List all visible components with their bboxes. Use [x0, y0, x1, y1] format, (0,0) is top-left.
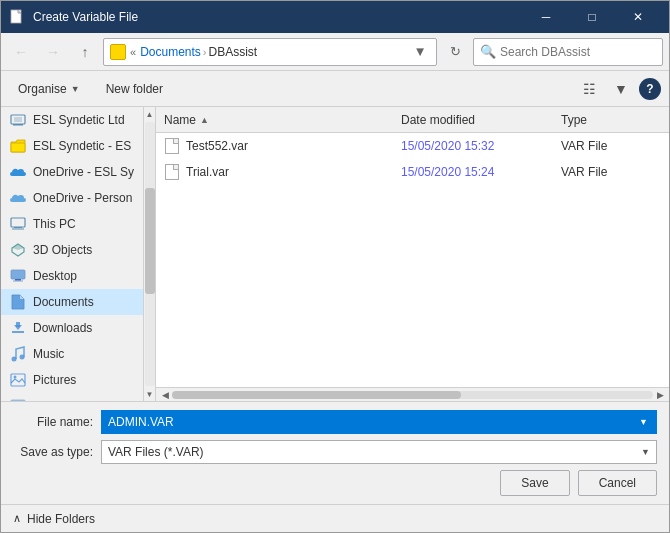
svg-rect-6 — [13, 124, 23, 126]
forward-button[interactable]: → — [39, 38, 67, 66]
folder-icon — [110, 44, 126, 60]
action-bar: Organise ▼ New folder ☷ ▼ ? — [1, 71, 669, 107]
savetype-value: VAR Files (*.VAR) — [108, 445, 641, 459]
col-name-label: Name — [164, 113, 196, 127]
h-scroll-track[interactable] — [172, 391, 653, 399]
close-button[interactable]: ✕ — [615, 1, 661, 33]
sidebar-item-music[interactable]: Music — [1, 341, 143, 367]
file-list: Test552.var 15/05/2020 15:32 VAR File Tr… — [156, 133, 669, 387]
bottom-form: File name: ▼ Save as type: VAR Files (*.… — [1, 401, 669, 504]
sidebar-scroll-up[interactable]: ▲ — [144, 107, 156, 121]
search-input[interactable] — [500, 45, 656, 59]
file-row-test552[interactable]: Test552.var 15/05/2020 15:32 VAR File — [156, 133, 669, 159]
sidebar-scroll-thumb[interactable] — [145, 188, 155, 294]
dialog-title: Create Variable File — [33, 10, 523, 24]
sidebar-label-pictures: Pictures — [33, 373, 76, 387]
sidebar-item-this-pc[interactable]: This PC — [1, 211, 143, 237]
svg-marker-12 — [12, 244, 24, 250]
sidebar-item-esl-syndetic-ltd[interactable]: ESL Syndetic Ltd — [1, 107, 143, 133]
file-icon-test552 — [164, 138, 180, 154]
column-type-header[interactable]: Type — [561, 113, 661, 127]
sidebar-item-pictures[interactable]: Pictures — [1, 367, 143, 393]
savetype-row: Save as type: VAR Files (*.VAR) ▼ — [13, 440, 657, 464]
filename-input[interactable] — [108, 415, 637, 429]
save-button[interactable]: Save — [500, 470, 569, 496]
sidebar-label-downloads: Downloads — [33, 321, 92, 335]
sidebar-label-this-pc: This PC — [33, 217, 76, 231]
cancel-button[interactable]: Cancel — [578, 470, 657, 496]
onedrive-icon — [9, 163, 27, 181]
sidebar-item-esl-syndetic-es[interactable]: ESL Syndetic - ES — [1, 133, 143, 159]
h-scroll-thumb[interactable] — [172, 391, 461, 399]
organise-button[interactable]: Organise ▼ — [9, 76, 89, 102]
sidebar-item-onedrive-personal[interactable]: OneDrive - Person — [1, 185, 143, 211]
sidebar: ESL Syndetic Ltd ESL Syndetic - ES — [1, 107, 143, 401]
3d-objects-icon — [9, 241, 27, 259]
svg-rect-15 — [13, 281, 23, 282]
col-type-label: Type — [561, 113, 587, 127]
hide-folders-bar[interactable]: ∧ Hide Folders — [1, 504, 669, 532]
h-scroll-right[interactable]: ▶ — [653, 388, 667, 402]
sidebar-label-esl-syndetic-es: ESL Syndetic - ES — [33, 139, 131, 153]
up-button[interactable]: ↑ — [71, 38, 99, 66]
sidebar-item-videos[interactable]: Videos — [1, 393, 143, 401]
sidebar-item-3d-objects[interactable]: 3D Objects — [1, 237, 143, 263]
breadcrumb-separator: › — [203, 46, 207, 58]
file-row-trial[interactable]: Trial.var 15/05/2020 15:24 VAR File — [156, 159, 669, 185]
downloads-icon — [9, 319, 27, 337]
file-header: Name ▲ Date modified Type — [156, 107, 669, 133]
search-box[interactable]: 🔍 — [473, 38, 663, 66]
column-name-header[interactable]: Name ▲ — [164, 113, 401, 127]
thispc-icon — [9, 215, 27, 233]
sidebar-label-videos: Videos — [33, 399, 69, 401]
sort-arrow: ▲ — [200, 115, 209, 125]
file-icon-trial — [164, 164, 180, 180]
sidebar-scroll-track — [145, 122, 155, 386]
sidebar-item-onedrive-esl[interactable]: OneDrive - ESL Sy — [1, 159, 143, 185]
view-toggle-button[interactable]: ☷ — [575, 76, 603, 102]
organise-chevron: ▼ — [71, 84, 80, 94]
svg-rect-7 — [11, 143, 25, 152]
sidebar-container: ESL Syndetic Ltd ESL Syndetic - ES — [1, 107, 156, 401]
file-type-trial: VAR File — [561, 165, 661, 179]
breadcrumb-dropdown-button[interactable]: ▼ — [410, 39, 430, 65]
sidebar-item-downloads[interactable]: Downloads — [1, 315, 143, 341]
help-button[interactable]: ? — [639, 78, 661, 100]
title-bar: Create Variable File ─ □ ✕ — [1, 1, 669, 33]
new-folder-button[interactable]: New folder — [97, 76, 172, 102]
hide-folders-chevron: ∧ — [13, 512, 21, 525]
file-date-trial: 15/05/2020 15:24 — [401, 165, 561, 179]
filename-input-container[interactable]: ▼ — [101, 410, 657, 434]
button-row: Save Cancel — [13, 470, 657, 496]
minimize-button[interactable]: ─ — [523, 1, 569, 33]
sidebar-scroll-down[interactable]: ▼ — [144, 387, 156, 401]
col-date-label: Date modified — [401, 113, 475, 127]
network-icon — [9, 111, 27, 129]
sidebar-item-documents[interactable]: Documents — [1, 289, 143, 315]
address-toolbar: ← → ↑ « Documents › DBAssist ▼ ↻ 🔍 — [1, 33, 669, 71]
sidebar-item-desktop[interactable]: Desktop — [1, 263, 143, 289]
breadcrumb-bar[interactable]: « Documents › DBAssist ▼ — [103, 38, 437, 66]
sidebar-label-esl-syndetic-ltd: ESL Syndetic Ltd — [33, 113, 125, 127]
filename-label: File name: — [13, 415, 93, 429]
search-icon: 🔍 — [480, 44, 496, 59]
refresh-button[interactable]: ↻ — [441, 38, 469, 66]
h-scroll-left[interactable]: ◀ — [158, 388, 172, 402]
hide-folders-label: Hide Folders — [27, 512, 95, 526]
back-button[interactable]: ← — [7, 38, 35, 66]
sidebar-label-onedrive-personal: OneDrive - Person — [33, 191, 132, 205]
svg-rect-8 — [11, 218, 25, 227]
column-date-header[interactable]: Date modified — [401, 113, 561, 127]
svg-rect-10 — [12, 228, 24, 230]
pictures-icon — [9, 371, 27, 389]
filename-dropdown-arrow[interactable]: ▼ — [637, 417, 650, 427]
svg-rect-19 — [16, 322, 20, 327]
main-area: ESL Syndetic Ltd ESL Syndetic - ES — [1, 107, 669, 401]
savetype-combo[interactable]: VAR Files (*.VAR) ▼ — [101, 440, 657, 464]
music-icon — [9, 345, 27, 363]
view-arrow-button[interactable]: ▼ — [607, 76, 635, 102]
sidebar-scrollbar: ▲ ▼ — [143, 107, 155, 401]
maximize-button[interactable]: □ — [569, 1, 615, 33]
breadcrumb-documents[interactable]: Documents — [140, 45, 201, 59]
breadcrumb-dbassist: DBAssist — [209, 45, 258, 59]
